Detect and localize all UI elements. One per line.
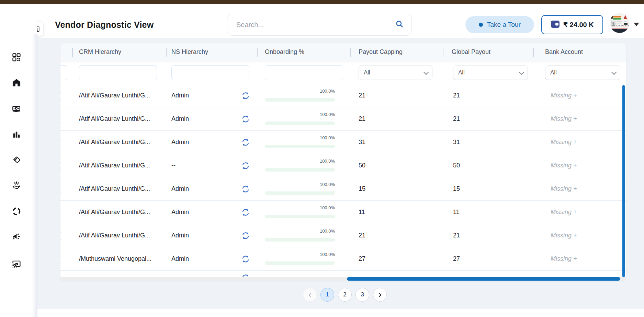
cell-bank-account-missing[interactable]: Missing + (551, 92, 577, 99)
partial-table-row (60, 271, 626, 277)
cell-global-payout: 21 (453, 92, 460, 99)
filter-input-onboarding[interactable] (265, 65, 343, 80)
search-input[interactable] (236, 21, 395, 29)
column-divider (72, 48, 73, 57)
partial-cell (60, 162, 62, 170)
wallet-balance-button[interactable]: ₹ 24.00 K (541, 15, 603, 34)
sidebar-item-sync-status[interactable] (12, 207, 21, 216)
pagination: 123 (303, 288, 387, 302)
cell-ns-hierarchy: Admin (171, 209, 189, 216)
horizontal-scrollbar-track[interactable] (60, 277, 626, 281)
cell-bank-account-missing[interactable]: Missing + (551, 162, 577, 169)
global-search[interactable] (227, 14, 412, 36)
cell-crm-hierarchy: /Atif Ali/Gaurav Lunthi/G... (79, 115, 150, 122)
cell-bank-account-missing[interactable]: Missing + (551, 209, 577, 216)
cell-bank-account-missing[interactable]: Missing + (551, 139, 577, 146)
avatar-card-seal (611, 15, 613, 19)
pagination-next-button[interactable] (373, 288, 387, 302)
cell-bank-account-missing[interactable]: Missing + (551, 255, 577, 262)
cell-global-payout: 27 (453, 255, 460, 262)
refresh-icon[interactable] (241, 161, 250, 171)
cell-global-payout: 21 (453, 232, 460, 239)
profile-caret-icon[interactable] (634, 23, 639, 26)
table-row[interactable]: /Atif Ali/Gaurav Lunthi/G... Admin 100.0… (60, 107, 626, 131)
sidebar-item-payments[interactable] (12, 104, 21, 114)
pagination-page-3[interactable]: 3 (355, 288, 369, 302)
cell-ns-hierarchy: Admin (171, 115, 189, 122)
avatar-qr-code (624, 21, 628, 25)
onboarding-progress-bar (265, 145, 335, 148)
pagination-page-1[interactable]: 1 (320, 288, 334, 302)
onboarding-percent-label: 100.0% (294, 205, 335, 210)
refresh-icon[interactable] (241, 184, 250, 194)
refresh-icon[interactable] (241, 91, 250, 101)
table-row[interactable]: /Atif Ali/Gaurav Lunthi/G... Admin 100.0… (60, 201, 626, 224)
onboarding-percent-label: 100.0% (294, 228, 335, 234)
vertical-scrollbar[interactable] (622, 85, 625, 277)
bottom-strip (37, 309, 644, 317)
cell-bank-account-missing[interactable]: Missing + (551, 232, 577, 239)
table-row[interactable]: /Atif Ali/Gaurav Lunthi/G... Admin 100.0… (60, 224, 626, 247)
refresh-icon[interactable] (241, 254, 250, 264)
avatar-red-line (612, 28, 628, 28)
pagination-page-2[interactable]: 2 (338, 288, 352, 302)
column-divider (350, 48, 351, 57)
onboarding-progress-bar (265, 238, 335, 242)
onboarding-percent-label: 100.0% (294, 112, 335, 117)
sidebar-item-home[interactable] (12, 78, 21, 87)
sidebar-item-partnership[interactable] (12, 155, 21, 164)
avatar-card-emblem (623, 15, 627, 19)
avatar-photo-box (611, 21, 615, 26)
filter-input-crm-hierarchy[interactable] (79, 65, 157, 80)
cell-ns-hierarchy: Admin (171, 255, 189, 262)
cell-payout-capping: 50 (359, 162, 365, 169)
onboarding-percent-label: 100.0% (294, 182, 335, 187)
avatar-text-line (617, 21, 622, 22)
filter-select-payout-capping[interactable]: All (359, 66, 432, 80)
refresh-icon[interactable] (241, 208, 250, 217)
cell-crm-hierarchy: /Atif Ali/Gaurav Lunthi/G... (79, 209, 150, 216)
refresh-icon[interactable] (241, 273, 250, 277)
sidebar-item-reports[interactable] (12, 130, 21, 139)
horizontal-scrollbar-thumb[interactable] (347, 277, 620, 281)
cell-payout-capping: 31 (359, 139, 365, 146)
partial-filter-input[interactable] (60, 65, 67, 80)
refresh-icon[interactable] (241, 138, 250, 147)
sidebar-item-campaign[interactable] (12, 232, 21, 241)
filter-input-ns-hierarchy[interactable] (171, 65, 249, 80)
table-row[interactable]: /Atif Ali/Gaurav Lunthi/G... -- 100.0% 5… (60, 154, 626, 177)
partial-cell (60, 116, 62, 123)
filter-select-value: All (458, 69, 465, 76)
sidebar-item-dashboard[interactable] (12, 52, 21, 62)
onboarding-progress-bar (265, 215, 335, 218)
table-row[interactable]: /Muthuswami Venugopal... Admin 100.0% 27… (60, 247, 626, 271)
partial-cell (60, 92, 62, 100)
avatar-card-green-band (613, 18, 621, 20)
filter-select-value: All (550, 69, 557, 76)
user-avatar[interactable]: XXX XXX XXX (610, 13, 630, 33)
pagination-prev-button[interactable] (303, 288, 317, 302)
cell-ns-hierarchy: -- (171, 162, 176, 169)
table-filter-row: All All All (60, 62, 626, 84)
cell-bank-account-missing[interactable]: Missing + (551, 115, 577, 122)
sidebar (0, 4, 37, 317)
cell-global-payout: 50 (453, 162, 460, 169)
cell-bank-account-missing[interactable]: Missing + (551, 185, 577, 192)
table-row[interactable]: /Atif Ali/Gaurav Lunthi/G... Admin 100.0… (60, 177, 626, 201)
column-header-onboarding: Onboarding % (265, 48, 304, 56)
refresh-icon[interactable] (241, 114, 250, 124)
refresh-icon[interactable] (241, 231, 250, 240)
take-a-tour-button[interactable]: Take a Tour (465, 16, 534, 33)
sidebar-item-referral[interactable] (12, 180, 21, 190)
cell-crm-hierarchy: /Atif Ali/Gaurav Lunthi/G... (79, 232, 150, 239)
table-row[interactable]: /Atif Ali/Gaurav Lunthi/G... Admin 100.0… (60, 84, 626, 107)
table-header-row: CRM Hierarchy NS Hierarchy Onboarding % … (60, 43, 626, 62)
cell-ns-hierarchy: Admin (171, 92, 189, 99)
sidebar-item-training-cast[interactable] (12, 259, 21, 269)
filter-select-bank-account[interactable]: All (545, 66, 620, 80)
column-header-crm-hierarchy: CRM Hierarchy (79, 48, 121, 56)
search-icon[interactable] (395, 20, 404, 30)
table-row[interactable]: /Atif Ali/Gaurav Lunthi/G... Admin 100.0… (60, 131, 626, 154)
avatar-card-orange-band (613, 16, 621, 17)
filter-select-global-payout[interactable]: All (453, 66, 528, 80)
